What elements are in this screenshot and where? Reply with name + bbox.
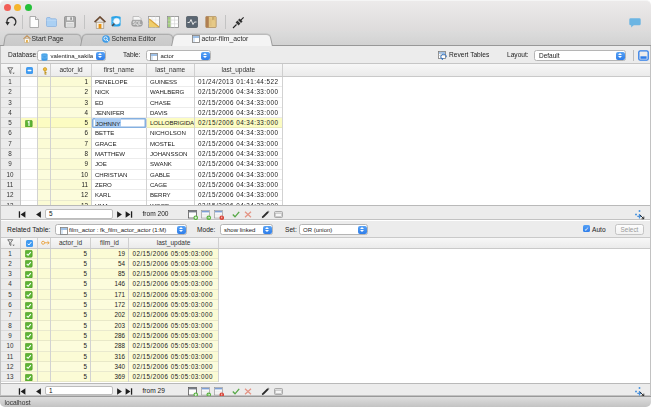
svg-text:SQL: SQL bbox=[132, 21, 142, 26]
